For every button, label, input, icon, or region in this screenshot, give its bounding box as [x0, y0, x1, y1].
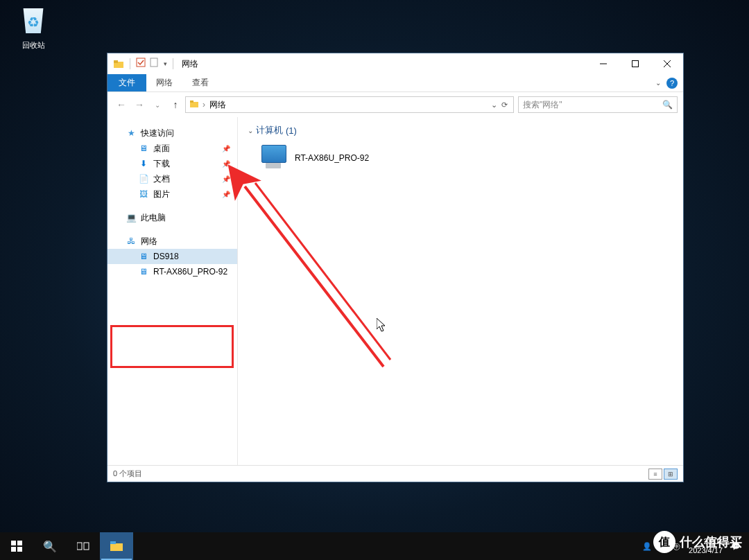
nav-pictures[interactable]: 🖼图片📌 — [107, 186, 237, 202]
search-placeholder: 搜索"网络" — [523, 99, 562, 111]
star-icon: ★ — [126, 128, 137, 139]
explorer-window: ▾ 网络 文件 网络 查看 ⌄ ? ← → ⌄ ↑ › 网络 ⌄ ⟳ — [107, 53, 684, 482]
documents-icon: 📄 — [138, 173, 149, 184]
nav-documents[interactable]: 📄文档📌 — [107, 171, 237, 186]
taskbar-explorer-button[interactable] — [100, 532, 133, 560]
pin-icon: 📌 — [222, 145, 230, 152]
qat-properties-icon[interactable] — [136, 58, 146, 70]
app-icon — [113, 58, 124, 69]
svg-rect-17 — [84, 543, 89, 550]
desktop-recycle-bin[interactable]: 回收站 — [12, 8, 54, 51]
group-count: (1) — [286, 125, 297, 136]
window-title: 网络 — [179, 58, 198, 70]
svg-rect-9 — [190, 100, 193, 103]
watermark-badge-icon: 值 — [653, 531, 675, 553]
computer-name: RT-AX86U_PRO-92 — [295, 153, 369, 163]
address-icon — [189, 98, 200, 112]
watermark-text: 什么值得买 — [680, 534, 742, 550]
tab-file[interactable]: 文件 — [107, 74, 146, 91]
tray-people-icon[interactable]: 👤 — [642, 542, 652, 551]
recycle-bin-label: 回收站 — [12, 40, 54, 51]
maximize-button[interactable] — [619, 53, 651, 74]
titlebar[interactable]: ▾ 网络 — [107, 53, 683, 74]
navigation-pane: ★快速访问 🖥桌面📌 ⬇下载📌 📄文档📌 🖼图片📌 💻此电脑 🖧网络 🖥DS91… — [107, 117, 238, 465]
search-input[interactable]: 搜索"网络" 🔍 — [518, 96, 678, 113]
svg-rect-14 — [11, 547, 16, 552]
svg-rect-15 — [17, 547, 22, 552]
annotation-arrow — [217, 159, 411, 380]
pin-icon: 📌 — [222, 160, 230, 168]
taskbar-search-button[interactable]: 🔍 — [33, 532, 67, 560]
download-icon: ⬇ — [138, 158, 149, 169]
computer-icon: 🖥 — [138, 251, 149, 262]
search-icon: 🔍 — [662, 100, 673, 110]
annotation-highlight-box — [110, 325, 234, 368]
navigation-bar: ← → ⌄ ↑ › 网络 ⌄ ⟳ 搜索"网络" 🔍 — [107, 92, 683, 117]
computer-item[interactable]: RT-AX86U_PRO-92 — [259, 145, 673, 171]
group-label: 计算机 — [256, 124, 283, 137]
view-details-button[interactable]: ≡ — [648, 469, 662, 480]
svg-rect-19 — [110, 541, 116, 544]
mouse-cursor — [377, 318, 388, 337]
nav-this-pc[interactable]: 💻此电脑 — [107, 210, 237, 225]
pin-icon: 📌 — [222, 175, 230, 183]
svg-rect-2 — [137, 58, 145, 67]
view-icons-button[interactable]: ⊞ — [664, 469, 678, 480]
nav-network-item-ds918[interactable]: 🖥DS918 — [107, 249, 237, 264]
task-view-button[interactable] — [67, 532, 100, 560]
help-icon[interactable]: ? — [666, 78, 678, 89]
quick-access-toolbar: ▾ — [128, 58, 179, 70]
nav-up-button[interactable]: ↑ — [167, 96, 184, 113]
tab-network[interactable]: 网络 — [146, 74, 182, 91]
pictures-icon: 🖼 — [138, 189, 149, 200]
address-dropdown-icon[interactable]: ⌄ — [491, 100, 497, 110]
group-header-computers[interactable]: ⌄ 计算机 (1) — [248, 124, 673, 137]
desktop-icon: 🖥 — [138, 143, 149, 154]
nav-desktop[interactable]: 🖥桌面📌 — [107, 141, 237, 156]
close-button[interactable] — [651, 53, 683, 74]
this-pc-icon: 💻 — [126, 212, 137, 223]
address-bar[interactable]: › 网络 ⌄ ⟳ — [185, 96, 514, 113]
svg-rect-12 — [11, 541, 16, 545]
nav-network[interactable]: 🖧网络 — [107, 234, 237, 249]
svg-rect-16 — [77, 543, 82, 550]
nav-forward-button[interactable]: → — [131, 96, 148, 113]
network-icon: 🖧 — [126, 236, 137, 247]
pin-icon: 📌 — [222, 191, 230, 198]
recycle-bin-icon — [19, 8, 48, 37]
qat-newfolder-icon[interactable] — [150, 58, 160, 70]
svg-rect-13 — [17, 541, 22, 545]
ribbon-tabs: 文件 网络 查看 ⌄ ? — [107, 74, 683, 92]
taskbar: 🔍 👤 ˄ ㊥ 23:01 2023/4/17 💬 — [0, 532, 749, 560]
refresh-icon[interactable]: ⟳ — [501, 100, 508, 110]
svg-rect-18 — [110, 543, 123, 551]
address-location: 网络 — [205, 99, 230, 111]
nav-downloads[interactable]: ⬇下载📌 — [107, 156, 237, 171]
svg-line-11 — [255, 183, 390, 360]
nav-quick-access[interactable]: ★快速访问 — [107, 125, 237, 141]
svg-rect-5 — [632, 61, 639, 67]
svg-rect-8 — [190, 102, 198, 107]
chevron-down-icon: ⌄ — [248, 127, 253, 134]
minimize-button[interactable] — [587, 53, 619, 74]
computer-icon: 🖥 — [138, 266, 149, 277]
svg-line-10 — [245, 186, 384, 367]
status-bar: 0 个项目 ≡ ⊞ — [107, 465, 683, 482]
nav-network-item-router[interactable]: 🖥RT-AX86U_PRO-92 — [107, 264, 237, 279]
nav-recent-dropdown[interactable]: ⌄ — [149, 96, 166, 113]
tab-view[interactable]: 查看 — [182, 74, 218, 91]
content-pane[interactable]: ⌄ 计算机 (1) RT-AX86U_PRO-92 — [238, 117, 683, 465]
start-button[interactable] — [0, 532, 33, 560]
svg-rect-3 — [150, 58, 157, 67]
status-text: 0 个项目 — [113, 469, 142, 479]
computer-icon — [259, 145, 288, 171]
qat-dropdown-icon[interactable]: ▾ — [164, 60, 167, 67]
ribbon-expand-icon[interactable]: ⌄ — [655, 79, 661, 87]
nav-back-button[interactable]: ← — [113, 96, 130, 113]
svg-rect-1 — [114, 60, 118, 63]
watermark: 值 什么值得买 — [653, 531, 742, 553]
